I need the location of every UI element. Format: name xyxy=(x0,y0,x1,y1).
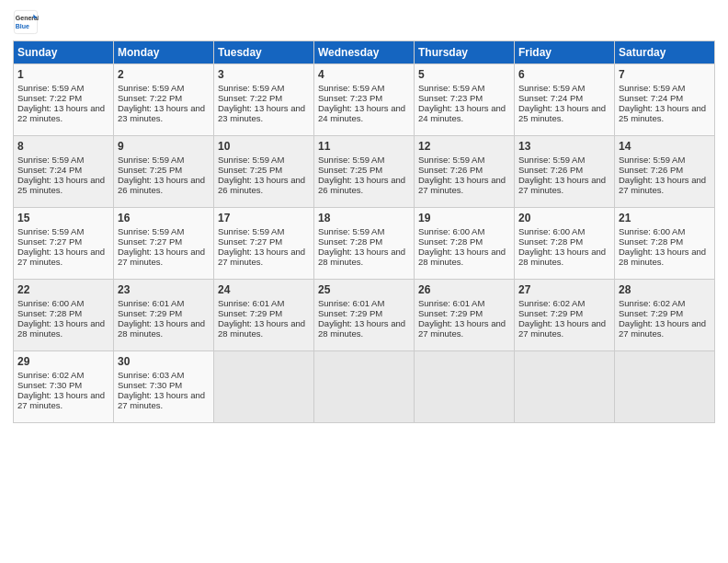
calendar-cell: 12 Sunrise: 5:59 AM Sunset: 7:26 PM Dayl… xyxy=(415,136,515,208)
calendar-cell: 20 Sunrise: 6:00 AM Sunset: 7:28 PM Dayl… xyxy=(515,208,615,280)
sunrise-label: Sunrise: 5:59 AM xyxy=(619,155,685,165)
daylight-label: Daylight: 13 hours and 28 minutes. xyxy=(118,318,205,339)
col-monday: Monday xyxy=(114,41,214,64)
calendar-cell xyxy=(415,351,515,423)
daylight-label: Daylight: 13 hours and 25 minutes. xyxy=(518,103,606,123)
sunrise-label: Sunrise: 5:59 AM xyxy=(318,226,384,236)
day-number: 6 xyxy=(518,68,610,81)
daylight-label: Daylight: 13 hours and 27 minutes. xyxy=(518,318,606,339)
daylight-label: Daylight: 13 hours and 22 minutes. xyxy=(17,103,105,123)
calendar-week-row: 15 Sunrise: 5:59 AM Sunset: 7:27 PM Dayl… xyxy=(14,208,715,280)
day-number: 30 xyxy=(118,355,210,368)
sunset-label: Sunset: 7:29 PM xyxy=(418,308,483,318)
sunrise-label: Sunrise: 5:59 AM xyxy=(218,226,284,236)
day-number: 24 xyxy=(218,283,310,296)
calendar-cell xyxy=(615,351,715,423)
sunrise-label: Sunrise: 6:01 AM xyxy=(118,298,184,308)
daylight-label: Daylight: 13 hours and 27 minutes. xyxy=(418,175,506,195)
sunrise-label: Sunrise: 5:59 AM xyxy=(17,155,84,165)
sunset-label: Sunset: 7:26 PM xyxy=(418,165,483,175)
calendar-cell: 15 Sunrise: 5:59 AM Sunset: 7:27 PM Dayl… xyxy=(14,208,114,280)
sunset-label: Sunset: 7:29 PM xyxy=(619,308,683,318)
sunset-label: Sunset: 7:29 PM xyxy=(218,308,282,318)
day-number: 7 xyxy=(619,68,711,81)
sunrise-label: Sunrise: 6:01 AM xyxy=(218,298,284,308)
calendar-cell: 19 Sunrise: 6:00 AM Sunset: 7:28 PM Dayl… xyxy=(415,208,515,280)
calendar-cell: 14 Sunrise: 5:59 AM Sunset: 7:26 PM Dayl… xyxy=(615,136,715,208)
sunrise-label: Sunrise: 6:02 AM xyxy=(518,298,585,308)
sunset-label: Sunset: 7:27 PM xyxy=(218,236,282,247)
calendar-cell: 6 Sunrise: 5:59 AM Sunset: 7:24 PM Dayli… xyxy=(515,64,615,136)
sunrise-label: Sunrise: 5:59 AM xyxy=(17,83,84,93)
daylight-label: Daylight: 13 hours and 28 minutes. xyxy=(318,247,405,267)
calendar-cell: 8 Sunrise: 5:59 AM Sunset: 7:24 PM Dayli… xyxy=(14,136,114,208)
calendar-cell: 5 Sunrise: 5:59 AM Sunset: 7:23 PM Dayli… xyxy=(415,64,515,136)
logo-icon: General Blue xyxy=(13,9,39,35)
calendar-cell: 29 Sunrise: 6:02 AM Sunset: 7:30 PM Dayl… xyxy=(14,351,114,423)
calendar-cell: 21 Sunrise: 6:00 AM Sunset: 7:28 PM Dayl… xyxy=(615,208,715,280)
svg-rect-0 xyxy=(14,10,37,33)
sunrise-label: Sunrise: 5:59 AM xyxy=(518,155,585,165)
sunrise-label: Sunrise: 6:00 AM xyxy=(518,226,585,236)
sunset-label: Sunset: 7:24 PM xyxy=(17,165,82,175)
day-number: 10 xyxy=(218,140,310,153)
calendar-cell: 10 Sunrise: 5:59 AM Sunset: 7:25 PM Dayl… xyxy=(214,136,314,208)
daylight-label: Daylight: 13 hours and 28 minutes. xyxy=(17,318,105,339)
calendar-cell: 13 Sunrise: 5:59 AM Sunset: 7:26 PM Dayl… xyxy=(515,136,615,208)
calendar-cell: 4 Sunrise: 5:59 AM Sunset: 7:23 PM Dayli… xyxy=(314,64,415,136)
day-number: 22 xyxy=(17,283,109,296)
day-number: 4 xyxy=(318,68,410,81)
calendar-cell xyxy=(515,351,615,423)
sunset-label: Sunset: 7:25 PM xyxy=(318,165,382,175)
col-saturday: Saturday xyxy=(615,41,715,64)
sunrise-label: Sunrise: 5:59 AM xyxy=(318,83,384,93)
sunset-label: Sunset: 7:22 PM xyxy=(118,93,182,103)
day-number: 16 xyxy=(118,212,210,224)
sunset-label: Sunset: 7:25 PM xyxy=(218,165,282,175)
sunset-label: Sunset: 7:22 PM xyxy=(218,93,282,103)
sunset-label: Sunset: 7:28 PM xyxy=(418,236,483,247)
daylight-label: Daylight: 13 hours and 24 minutes. xyxy=(418,103,506,123)
daylight-label: Daylight: 13 hours and 27 minutes. xyxy=(17,247,105,267)
sunrise-label: Sunrise: 5:59 AM xyxy=(17,226,84,236)
calendar-cell: 23 Sunrise: 6:01 AM Sunset: 7:29 PM Dayl… xyxy=(114,280,214,351)
calendar-cell: 30 Sunrise: 6:03 AM Sunset: 7:30 PM Dayl… xyxy=(114,351,214,423)
sunrise-label: Sunrise: 5:59 AM xyxy=(218,83,284,93)
calendar-cell: 24 Sunrise: 6:01 AM Sunset: 7:29 PM Dayl… xyxy=(214,280,314,351)
day-number: 13 xyxy=(518,140,610,153)
sunset-label: Sunset: 7:30 PM xyxy=(17,380,82,390)
svg-text:Blue: Blue xyxy=(16,23,29,29)
sunset-label: Sunset: 7:26 PM xyxy=(518,165,583,175)
sunrise-label: Sunrise: 5:59 AM xyxy=(118,155,184,165)
daylight-label: Daylight: 13 hours and 27 minutes. xyxy=(17,390,105,410)
col-friday: Friday xyxy=(515,41,615,64)
day-number: 27 xyxy=(518,283,610,296)
sunrise-label: Sunrise: 5:59 AM xyxy=(418,83,484,93)
daylight-label: Daylight: 13 hours and 23 minutes. xyxy=(118,103,205,123)
sunset-label: Sunset: 7:24 PM xyxy=(619,93,683,103)
day-number: 15 xyxy=(17,212,109,224)
sunset-label: Sunset: 7:24 PM xyxy=(518,93,583,103)
calendar-header-row: Sunday Monday Tuesday Wednesday Thursday… xyxy=(14,41,715,64)
sunrise-label: Sunrise: 6:00 AM xyxy=(418,226,484,236)
sunset-label: Sunset: 7:22 PM xyxy=(17,93,82,103)
daylight-label: Daylight: 13 hours and 28 minutes. xyxy=(218,318,305,339)
calendar-cell: 26 Sunrise: 6:01 AM Sunset: 7:29 PM Dayl… xyxy=(415,280,515,351)
calendar-cell: 16 Sunrise: 5:59 AM Sunset: 7:27 PM Dayl… xyxy=(114,208,214,280)
calendar-cell: 22 Sunrise: 6:00 AM Sunset: 7:28 PM Dayl… xyxy=(14,280,114,351)
logo: General Blue xyxy=(13,9,42,35)
sunset-label: Sunset: 7:29 PM xyxy=(518,308,583,318)
col-tuesday: Tuesday xyxy=(214,41,314,64)
sunrise-label: Sunrise: 5:59 AM xyxy=(518,83,585,93)
calendar-cell: 3 Sunrise: 5:59 AM Sunset: 7:22 PM Dayli… xyxy=(214,64,314,136)
sunset-label: Sunset: 7:26 PM xyxy=(619,165,683,175)
day-number: 5 xyxy=(418,68,510,81)
day-number: 9 xyxy=(118,140,210,153)
calendar-cell xyxy=(314,351,415,423)
daylight-label: Daylight: 13 hours and 25 minutes. xyxy=(17,175,105,195)
sunset-label: Sunset: 7:28 PM xyxy=(318,236,382,247)
calendar-table: Sunday Monday Tuesday Wednesday Thursday… xyxy=(13,40,715,423)
sunrise-label: Sunrise: 5:59 AM xyxy=(118,83,184,93)
main-container: General Blue Sunday Monday Tuesday Wedne… xyxy=(0,0,728,432)
calendar-cell: 18 Sunrise: 5:59 AM Sunset: 7:28 PM Dayl… xyxy=(314,208,415,280)
